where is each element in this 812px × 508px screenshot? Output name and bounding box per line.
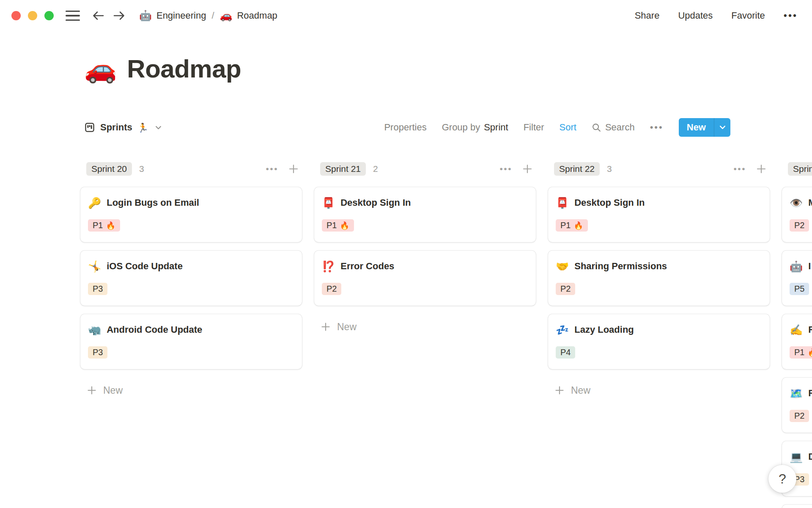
board-card-partial[interactable] (782, 505, 812, 508)
priority-badge: P1 🔥 (790, 346, 812, 359)
priority-label: P2 (326, 284, 337, 294)
card-title: iOS Code Update (107, 261, 183, 272)
breadcrumb-item-engineering[interactable]: 🤖 Engineering (139, 10, 206, 21)
new-button-chevron-icon[interactable] (714, 118, 730, 137)
card-emoji-icon: 📮 (322, 198, 335, 208)
card-title: I (808, 261, 811, 272)
card-emoji-icon: 🗺️ (790, 388, 803, 399)
column-name-pill[interactable]: Sprint 22 (554, 162, 600, 176)
board-card[interactable]: 🤸 iOS Code Update P3 (80, 251, 302, 306)
new-button[interactable]: New (679, 118, 730, 137)
group-by-button[interactable]: Group by Sprint (442, 122, 508, 133)
close-window-button[interactable] (11, 11, 21, 20)
view-more-icon[interactable]: ••• (650, 122, 664, 133)
breadcrumb-separator: / (211, 10, 214, 21)
column-name-pill[interactable]: Sprint 21 (320, 162, 366, 176)
priority-label: P3 (93, 348, 103, 357)
zoom-window-button[interactable] (44, 11, 54, 20)
add-card-label: New (571, 385, 590, 396)
priority-label: P1 (560, 221, 571, 230)
card-title: M (808, 197, 812, 208)
add-card-button[interactable]: New (314, 318, 536, 335)
priority-label: P2 (560, 284, 571, 294)
help-button[interactable]: ? (768, 465, 796, 493)
add-card-label: New (103, 385, 123, 396)
priority-badge: P2 (556, 283, 575, 295)
card-title: Desktop Sign In (574, 197, 645, 208)
card-emoji-icon: 🤝 (556, 261, 569, 272)
column-add-icon[interactable] (288, 163, 299, 175)
view-name: Sprints (100, 122, 132, 133)
properties-button[interactable]: Properties (384, 122, 426, 133)
priority-label: P2 (794, 221, 804, 230)
priority-badge: P4 (556, 346, 575, 359)
chevron-down-icon (155, 125, 162, 130)
search-button[interactable]: Search (592, 122, 635, 133)
breadcrumb: 🤖 Engineering / 🚗 Roadmap (139, 10, 277, 21)
page-title[interactable]: Roadmap (127, 54, 241, 83)
toolbar-controls: Properties Group by Sprint Filter Sort S… (384, 118, 730, 137)
view-tab-sprints[interactable]: Sprints 🏃 (84, 122, 162, 133)
breadcrumb-item-roadmap[interactable]: 🚗 Roadmap (220, 10, 277, 21)
priority-label: P1 (93, 221, 103, 230)
column-count: 3 (607, 164, 612, 174)
column-name-pill[interactable]: Sprin (788, 162, 812, 176)
card-title: R (808, 324, 812, 335)
sort-button[interactable]: Sort (560, 122, 576, 133)
board-card[interactable]: 🗺️ R P2 (782, 378, 812, 433)
share-button[interactable]: Share (635, 10, 660, 21)
card-title: Lazy Loading (574, 324, 634, 335)
runner-icon: 🏃 (137, 123, 148, 132)
column-name-pill[interactable]: Sprint 20 (86, 162, 132, 176)
board-card[interactable]: 👁️ M P2 (782, 187, 812, 242)
board-card[interactable]: 📮 Desktop Sign In P1 🔥 (314, 187, 536, 242)
fire-icon: 🔥 (106, 222, 115, 229)
board-column: Sprin ••• 👁️ M P2 🤖 I (782, 162, 812, 508)
column-more-icon[interactable]: ••• (733, 164, 746, 174)
favorite-button[interactable]: Favorite (731, 10, 765, 21)
board-card[interactable]: ⁉️ Error Codes P2 (314, 251, 536, 306)
column-more-icon[interactable]: ••• (266, 164, 278, 174)
back-arrow-icon[interactable] (91, 9, 105, 22)
column-count: 2 (373, 164, 378, 174)
board-card[interactable]: 📮 Desktop Sign In P1 🔥 (548, 187, 770, 242)
board-card[interactable]: ✍️ R P1 🔥 (782, 314, 812, 369)
board-card[interactable]: 🔑 Login Bugs on Email P1 🔥 (80, 187, 302, 242)
page-header: 🚗 Roadmap (84, 54, 241, 83)
board: Sprint 20 3 ••• 🔑 Login Bugs on Email P1… (80, 162, 812, 508)
column-add-icon[interactable] (755, 163, 767, 175)
priority-badge: P1 🔥 (322, 219, 354, 232)
forward-arrow-icon[interactable] (112, 9, 126, 22)
breadcrumb-label: Roadmap (237, 10, 277, 21)
priority-label: P3 (93, 284, 103, 294)
card-emoji-icon: 🔑 (88, 198, 101, 208)
card-emoji-icon: 📮 (556, 198, 569, 208)
card-title: R (808, 388, 812, 399)
column-header: Sprin ••• (782, 162, 812, 176)
sidebar-menu-icon[interactable] (66, 11, 80, 21)
board-card[interactable]: 🤖 I P5 (782, 251, 812, 306)
column-cards: 📮 Desktop Sign In P1 🔥 🤝 Sharing Permiss… (548, 187, 770, 369)
board-view-icon (84, 122, 95, 133)
priority-badge: P5 (790, 283, 809, 295)
card-title: Desktop Sign In (340, 197, 411, 208)
updates-button[interactable]: Updates (678, 10, 713, 21)
filter-button[interactable]: Filter (524, 122, 544, 133)
add-card-button[interactable]: New (548, 382, 770, 399)
column-more-icon[interactable]: ••• (499, 164, 512, 174)
more-options-icon[interactable]: ••• (784, 10, 798, 22)
priority-badge: P2 (322, 283, 341, 295)
board-column: Sprint 20 3 ••• 🔑 Login Bugs on Email P1… (80, 162, 302, 508)
column-add-icon[interactable] (521, 163, 533, 175)
board-card[interactable]: 🦏 Android Code Update P3 (80, 314, 302, 369)
board-card[interactable]: 💤 Lazy Loading P4 (548, 314, 770, 369)
car-icon[interactable]: 🚗 (84, 56, 117, 82)
view-toolbar: Sprints 🏃 Properties Group by Sprint Fil… (84, 117, 730, 138)
board-card[interactable]: 🤝 Sharing Permissions P2 (548, 251, 770, 306)
column-header: Sprint 20 3 ••• (80, 162, 302, 176)
search-label: Search (605, 122, 635, 133)
card-title: Android Code Update (107, 324, 202, 335)
card-emoji-icon: ⁉️ (322, 261, 335, 272)
minimize-window-button[interactable] (28, 11, 37, 20)
add-card-button[interactable]: New (80, 382, 302, 399)
